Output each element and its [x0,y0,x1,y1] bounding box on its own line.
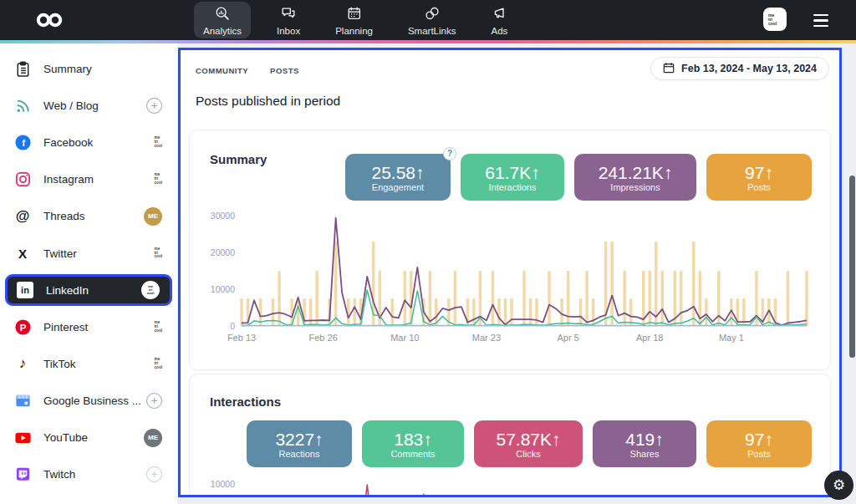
top-header: Analytics Inbox Planning SmartLinks Ads [0,0,856,40]
brand-badge: metricool [155,247,162,259]
linkedin-analytics-panel: COMMUNITY POSTS Feb 13, 2024 - May 13, 2… [178,48,842,497]
analytics-icon [214,5,231,23]
sidebar-label: Facebook [43,136,93,149]
sidebar-item-pinterest[interactable]: P Pinterest metricool [0,308,177,345]
metric-comments[interactable]: 183↑ Comments [362,420,464,467]
clipboard-icon [13,59,32,78]
sidebar-label: Summary [43,63,92,75]
pinterest-icon: P [13,318,32,336]
svg-text:0: 0 [230,321,235,331]
nav-smartlinks[interactable]: SmartLinks [399,2,466,38]
account-avatar-metricool[interactable]: me tri cool [763,8,787,31]
profile-badge: ME [144,429,162,447]
calendar-icon [346,5,363,23]
inbox-icon [280,5,297,23]
trend-up-arrow: ↑ [655,430,664,449]
svg-text:Apr 18: Apr 18 [636,333,663,343]
metric-interactions[interactable]: 61.7K↑ Interactions [461,154,564,201]
facebook-icon: f [13,133,32,151]
settings-gear-button[interactable]: ⚙ [824,471,853,500]
sidebar-item-twitch[interactable]: Twitch + [0,456,177,493]
svg-text:Feb 13: Feb 13 [227,333,256,343]
add-connection-button[interactable]: + [146,98,162,114]
summary-metrics-row: ? 25.58↑ Engagement 61.7K↑ Interactions … [345,154,812,201]
calendar-icon [663,62,675,76]
sidebar-item-web-blog[interactable]: Web / Blog + [0,87,177,124]
sidebar-item-summary[interactable]: Summary [0,50,177,87]
metric-posts[interactable]: 97↑ Posts [706,154,812,201]
sidebar-label: Threads [43,210,85,222]
nav-label: Analytics [203,26,242,36]
metric-posts-2[interactable]: 97↑ Posts [706,420,812,467]
svg-text:May 1: May 1 [719,333,744,343]
sidebar-label: Web / Blog [43,99,99,112]
trend-up-arrow: ↑ [415,163,425,182]
nav-planning[interactable]: Planning [326,2,382,38]
sidebar-item-tiktok[interactable]: ♪ TikTok metricool [0,345,177,382]
sidebar-item-threads[interactable]: @ Threads ME [0,198,177,235]
x-twitter-icon: X [13,244,32,262]
threads-icon: @ [13,207,32,226]
main-nav: Analytics Inbox Planning SmartLinks Ads [194,2,517,38]
sidebar-label: LinkedIn [46,284,89,297]
interactions-chart[interactable]: 10000 [203,473,815,497]
svg-text:Mar 23: Mar 23 [472,333,501,343]
hamburger-menu-icon[interactable] [813,14,828,30]
profile-badge: ME [144,207,162,226]
nav-label: Planning [335,26,373,36]
summary-heading: Summary [210,152,267,166]
interactions-heading: Interactions [210,395,281,409]
trend-up-arrow: ↑ [764,430,773,449]
brand-badge: metricool [155,136,162,148]
metric-shares[interactable]: 419↑ Shares [593,420,696,467]
youtube-icon [13,429,32,447]
section-tabs: COMMUNITY POSTS [196,66,299,75]
summary-chart[interactable]: 0100002000030000Feb 13Feb 26Mar 10Mar 23… [203,207,815,351]
nav-analytics[interactable]: Analytics [194,2,251,38]
metricool-logo-icon[interactable] [35,12,64,32]
svg-text:f: f [22,138,25,148]
sidebar-label: TikTok [43,358,76,370]
sidebar-item-linkedin[interactable]: in LinkedIn metricool [5,274,172,306]
brand-badge: metricool [155,173,162,185]
trend-up-arrow: ↑ [531,163,540,182]
sidebar-item-google-business[interactable]: Google Business ... + [0,383,177,420]
google-business-icon [13,392,32,410]
metric-reactions[interactable]: 3227↑ Reactions [247,420,352,467]
brand-badge: metricool [141,281,160,299]
rss-icon [13,96,32,115]
links-icon [424,5,441,23]
sidebar-label: Instagram [43,173,94,186]
sidebar-label: Twitch [43,468,75,481]
sidebar-item-facebook[interactable]: f Facebook metricool [0,124,177,160]
svg-text:10000: 10000 [211,284,235,294]
rainbow-divider [0,40,856,43]
svg-text:30000: 30000 [211,211,235,221]
trend-up-arrow: ↑ [423,430,432,449]
sidebar-label: YouTube [43,431,88,444]
metric-impressions[interactable]: 241.21K↑ Impressions [574,154,696,201]
tab-posts[interactable]: POSTS [270,66,299,75]
nav-inbox[interactable]: Inbox [268,2,309,38]
svg-text:Feb 26: Feb 26 [309,333,338,343]
tab-community[interactable]: COMMUNITY [196,66,248,75]
svg-text:Apr 5: Apr 5 [557,333,578,343]
page-scrollbar[interactable] [849,176,855,358]
add-connection-button[interactable]: + [146,466,162,482]
interactions-card: Interactions 3227↑ Reactions 183↑ Commen… [189,374,831,497]
metric-clicks[interactable]: 57.87K↑ Clicks [474,420,583,467]
sidebar-item-twitter[interactable]: X Twitter metricool [0,235,177,272]
sidebar-item-instagram[interactable]: Instagram metricool [0,161,177,198]
nav-ads[interactable]: Ads [482,2,517,38]
date-range-text: Feb 13, 2024 - May 13, 2024 [681,63,817,74]
help-icon[interactable]: ? [443,147,456,160]
sidebar-item-youtube[interactable]: YouTube ME [0,420,177,456]
add-connection-button[interactable]: + [146,393,162,409]
svg-text:Mar 10: Mar 10 [390,333,419,343]
instagram-icon [13,171,32,189]
metric-engagement[interactable]: ? 25.58↑ Engagement [345,154,451,201]
trend-up-arrow: ↑ [314,430,324,449]
svg-text:P: P [19,323,26,333]
nav-label: SmartLinks [408,26,456,36]
date-range-picker[interactable]: Feb 13, 2024 - May 13, 2024 [650,57,829,80]
